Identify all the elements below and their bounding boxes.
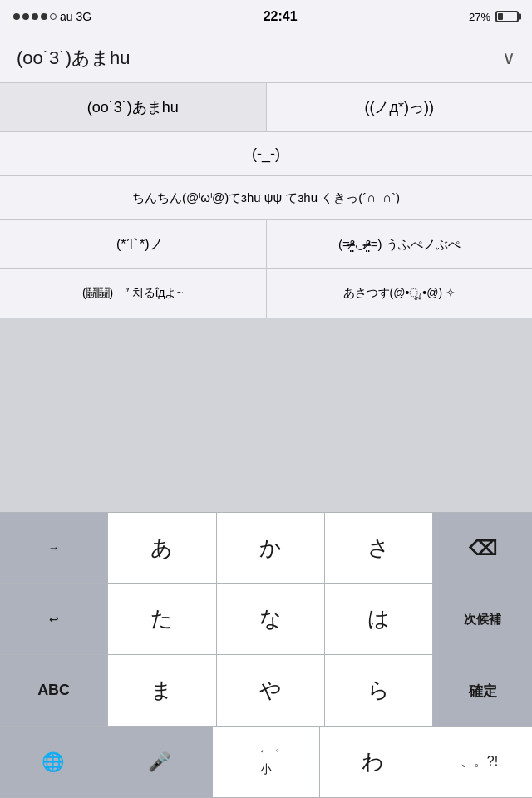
chevron-down-icon[interactable]: ∨ [502,47,515,69]
kb-right-panel-2: 次候補 [432,584,532,655]
candidate-cell-1-2[interactable]: ((ノд*)っ)) [267,83,533,131]
candidate-row-2: (-_-) [0,132,532,176]
candidate-row-1: (oo˙3˙)あまhu ((ノд*)っ)) [0,83,532,132]
kb-row-4: 🌐 🎤 ゛ ゜ 小 わ 、。?! [0,727,532,798]
candidate-cell-5-1[interactable]: (鬭鬭)ゞ″ 처るΐдよ~ [0,269,267,318]
ka-key[interactable]: か [217,513,325,584]
battery-fill [498,13,503,20]
ya-key[interactable]: や [217,655,325,727]
dot2 [22,13,29,20]
punct-key[interactable]: 、。?! [426,727,532,798]
mic-key[interactable]: 🎤 [106,727,213,798]
a-key[interactable]: あ [108,513,216,584]
abc-key[interactable]: ABC [0,655,108,727]
ha-key[interactable]: は [325,584,432,655]
time-label: 22:41 [264,9,298,24]
battery-percent: 27% [469,11,490,23]
sa-key[interactable]: さ [325,513,432,584]
candidate-cell-2-1[interactable]: (-_-) [0,132,532,175]
undo-key[interactable]: ↩ [0,584,108,655]
dot5 [50,13,57,20]
kb-row-2-keys: ↩ た な は [0,584,432,655]
status-bar: au 3G 22:41 27% [0,0,532,33]
status-left: au 3G [13,10,91,23]
kb-row-1: → あ か さ ⌫ [0,512,532,584]
candidate-cell-3-1[interactable]: ちんちん(@ˡωˡ@)てзhu ψψ てзhu くきっ(´∩_∩`) [0,176,532,219]
ta-key[interactable]: た [108,584,216,655]
globe-key[interactable]: 🌐 [0,727,106,798]
dot1 [13,13,20,20]
candidate-cell-1-1[interactable]: (oo˙3˙)あまhu [0,83,267,131]
next-candidate-key[interactable]: 次候補 [433,584,532,655]
candidate-row-5: (鬭鬭)ゞ″ 처るΐдよ~ あさつす(@•ू₍•@) ✧ [0,269,532,318]
header-text: (oo˙3˙)あまhu [17,46,130,71]
kb-row-3: ABC ま や ら 確定 [0,655,532,727]
carrier-label: au [60,10,73,23]
ra-key[interactable]: ら [325,655,432,727]
confirm-key[interactable]: 確定 [433,655,532,727]
dakuten-key[interactable]: ゛ ゜ 小 [213,727,319,798]
candidate-row-3: ちんちん(@ˡωˡ@)てзhu ψψ てзhu くきっ(´∩_∩`) [0,176,532,220]
kb-right-panel-3: 確定 [432,655,532,727]
na-key[interactable]: な [217,584,325,655]
network-label: 3G [76,10,92,23]
wa-key[interactable]: わ [320,727,426,798]
battery-box [495,11,519,22]
arrow-key[interactable]: → [0,513,108,584]
battery-icon [495,11,519,22]
keyboard: → あ か さ ⌫ ↩ た な [0,512,532,798]
dot3 [32,13,38,20]
candidate-row-4: ゞ(*ˊΙˋ*)ノ (=ᵒ̴̶̷̤◡ᵒ̴̶̷̤=) うふぺノぶぺ [0,220,532,269]
candidates-area: (oo˙3˙)あまhu ((ノд*)っ)) (-_-) ちんちん(@ˡωˡ@)て… [0,83,532,318]
kb-row-3-keys: ABC ま や ら [0,655,432,727]
ma-key[interactable]: ま [108,655,216,727]
candidate-cell-4-1[interactable]: ゞ(*ˊΙˋ*)ノ [0,220,267,268]
kb-row-1-keys: → あ か さ [0,513,432,584]
backspace-key[interactable]: ⌫ [433,513,532,584]
dot4 [41,13,47,20]
signal-dots [13,13,57,20]
candidate-cell-5-2[interactable]: あさつす(@•ू₍•@) ✧ [267,269,533,318]
status-right: 27% [469,11,519,23]
kb-right-panel-1: ⌫ [432,513,532,584]
kb-row-4-keys: 🌐 🎤 ゛ ゜ 小 わ 、。?! [0,727,532,798]
candidate-cell-4-2[interactable]: (=ᵒ̴̶̷̤◡ᵒ̴̶̷̤=) うふぺノぶぺ [267,220,533,268]
header-bar: (oo˙3˙)あまhu ∨ [0,33,532,83]
kb-row-2: ↩ た な は 次候補 [0,584,532,655]
